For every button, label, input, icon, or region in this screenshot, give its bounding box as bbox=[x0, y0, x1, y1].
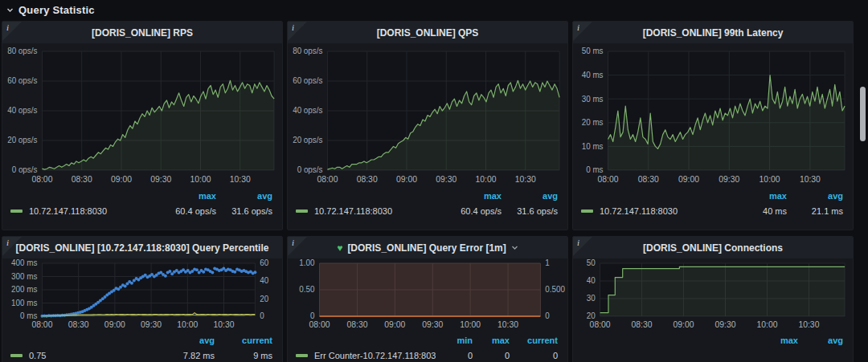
legend-row: Err Counter-10.72.147.118:8030000 bbox=[296, 348, 558, 362]
legend-header-max[interactable]: max bbox=[152, 191, 216, 201]
svg-text:0.500: 0.500 bbox=[545, 285, 565, 294]
svg-text:40 ops/s: 40 ops/s bbox=[7, 106, 37, 115]
legend-value: 0 bbox=[510, 351, 558, 360]
series-swatch[interactable] bbox=[581, 209, 593, 213]
svg-text:09:30: 09:30 bbox=[715, 320, 736, 329]
svg-text:50: 50 bbox=[587, 258, 596, 267]
svg-text:20 ops/s: 20 ops/s bbox=[7, 136, 37, 144]
qps-chart[interactable]: 0 ops/s20 ops/s40 ops/s60 ops/s80 ops/s0… bbox=[288, 43, 567, 188]
panel-title[interactable]: [DORIS_ONLINE] Connections bbox=[573, 237, 853, 258]
legend-series-name[interactable]: 0.75 bbox=[29, 351, 157, 360]
legend-header-max[interactable]: max bbox=[753, 336, 798, 345]
error-chart[interactable]: 00.501.0008:0008:3009:0009:3010:0010:300… bbox=[288, 258, 567, 332]
legend-header-avg[interactable]: avg bbox=[157, 336, 215, 345]
legend-row: 0.757.82 ms9 ms bbox=[10, 348, 272, 362]
svg-text:09:30: 09:30 bbox=[719, 175, 739, 184]
svg-text:0 ms: 0 ms bbox=[20, 311, 37, 320]
info-icon[interactable]: i bbox=[2, 22, 22, 41]
svg-text:0.50: 0.50 bbox=[299, 285, 315, 294]
svg-text:09:00: 09:00 bbox=[111, 175, 132, 184]
series-swatch[interactable] bbox=[10, 209, 23, 213]
legend-header-current[interactable]: current bbox=[510, 336, 558, 345]
svg-text:0 ops/s: 0 ops/s bbox=[297, 165, 323, 174]
legend-header-avg[interactable]: avg bbox=[216, 191, 272, 201]
series-swatch[interactable] bbox=[296, 209, 308, 213]
info-icon[interactable]: i bbox=[2, 237, 22, 256]
svg-text:0: 0 bbox=[545, 311, 550, 320]
svg-text:80 ops/s: 80 ops/s bbox=[7, 47, 37, 55]
svg-text:100 ms: 100 ms bbox=[11, 299, 37, 307]
svg-text:20: 20 bbox=[587, 311, 596, 320]
percentile-chart[interactable]: 0 ms100 ms200 ms300 ms400 ms08:0008:3009… bbox=[2, 258, 282, 332]
svg-text:09:00: 09:00 bbox=[396, 175, 417, 184]
legend-value: 40 ms bbox=[723, 206, 787, 216]
svg-text:08:30: 08:30 bbox=[357, 175, 378, 184]
legend-series-name[interactable]: Err Counter-10.72.147.118:8030 bbox=[314, 351, 436, 360]
svg-text:60 ops/s: 60 ops/s bbox=[293, 76, 322, 85]
legend-row: 10.72.147.118:803060.4 ops/s31.6 ops/s bbox=[10, 204, 272, 218]
svg-text:10:00: 10:00 bbox=[460, 320, 481, 329]
svg-text:1: 1 bbox=[545, 258, 550, 267]
info-icon[interactable]: i bbox=[573, 22, 592, 41]
info-icon[interactable]: i bbox=[573, 237, 592, 256]
svg-text:300 ms: 300 ms bbox=[11, 272, 37, 281]
panel-qps: i [DORIS_ONLINE] QPS 0 ops/s20 ops/s40 o… bbox=[287, 21, 568, 230]
svg-text:08:00: 08:00 bbox=[598, 175, 619, 184]
svg-text:20 ms: 20 ms bbox=[582, 118, 604, 127]
svg-text:10:30: 10:30 bbox=[214, 320, 235, 329]
series-swatch[interactable] bbox=[296, 354, 308, 357]
panel-rps: i [DORIS_ONLINE] RPS 0 ops/s20 ops/s40 o… bbox=[2, 21, 283, 230]
svg-text:10:00: 10:00 bbox=[760, 175, 780, 184]
legend-header-avg[interactable]: avg bbox=[798, 336, 843, 345]
svg-text:09:00: 09:00 bbox=[678, 175, 699, 184]
panel-title[interactable]: [DORIS_ONLINE] QPS bbox=[288, 22, 567, 43]
legend-header-min[interactable]: min bbox=[436, 336, 473, 345]
svg-text:80 ops/s: 80 ops/s bbox=[293, 47, 322, 55]
legend: maxavg10.72.147.118:803060.4 ops/s31.6 o… bbox=[288, 188, 567, 218]
legend-header-max[interactable]: max bbox=[473, 336, 510, 345]
section-title: Query Statistic bbox=[18, 4, 95, 16]
svg-text:09:30: 09:30 bbox=[141, 320, 162, 329]
info-icon[interactable]: i bbox=[288, 237, 307, 256]
legend-series-name[interactable]: 10.72.147.118:8030 bbox=[600, 206, 723, 216]
svg-text:09:30: 09:30 bbox=[150, 175, 171, 184]
legend-row: 10.72.147.118:803040 ms21.1 ms bbox=[581, 204, 843, 218]
svg-text:08:30: 08:30 bbox=[72, 175, 92, 184]
panel-title[interactable]: [DORIS_ONLINE] 99th Latency bbox=[573, 22, 853, 43]
legend-value: 21.1 ms bbox=[787, 206, 843, 216]
svg-text:10:00: 10:00 bbox=[190, 175, 211, 184]
legend-series-name[interactable]: 10.72.147.118:8030 bbox=[314, 206, 437, 216]
scrollbar[interactable] bbox=[860, 87, 866, 141]
series-swatch[interactable] bbox=[10, 354, 23, 357]
legend-header-max[interactable]: max bbox=[437, 191, 502, 201]
svg-text:08:30: 08:30 bbox=[346, 320, 367, 329]
latency-chart[interactable]: 0 ms10 ms20 ms30 ms40 ms50 ms08:0008:300… bbox=[573, 43, 853, 188]
svg-text:08:30: 08:30 bbox=[68, 320, 89, 329]
svg-text:10:00: 10:00 bbox=[177, 320, 198, 329]
legend-value: 0 bbox=[473, 351, 510, 360]
svg-text:40 ops/s: 40 ops/s bbox=[293, 106, 322, 115]
legend-header-max[interactable]: max bbox=[723, 191, 787, 201]
legend-header-current[interactable]: current bbox=[215, 336, 272, 345]
legend: maxavg10.72.147.118:803040 ms21.1 ms bbox=[573, 188, 853, 218]
svg-text:10:30: 10:30 bbox=[230, 175, 251, 184]
legend-series-name[interactable]: 10.72.147.118:8030 bbox=[29, 206, 152, 216]
legend-header-avg[interactable]: avg bbox=[502, 191, 558, 201]
svg-text:08:00: 08:00 bbox=[31, 320, 52, 329]
row-header[interactable]: Query Statistic bbox=[0, 0, 868, 19]
legend-header-row: avgcurrent bbox=[10, 334, 272, 347]
connections-chart[interactable]: 2030405008:0008:3009:0009:3010:0010:30 bbox=[573, 258, 853, 332]
svg-text:60: 60 bbox=[260, 258, 268, 267]
svg-text:08:00: 08:00 bbox=[317, 175, 338, 184]
rps-chart[interactable]: 0 ops/s20 ops/s40 ops/s60 ops/s80 ops/s0… bbox=[2, 43, 282, 188]
svg-text:10:30: 10:30 bbox=[800, 175, 821, 184]
legend-header-avg[interactable]: avg bbox=[787, 191, 843, 201]
svg-text:40: 40 bbox=[260, 276, 268, 285]
svg-text:10:30: 10:30 bbox=[798, 320, 819, 329]
panel-title[interactable]: [DORIS_ONLINE] RPS bbox=[2, 22, 282, 43]
info-icon[interactable]: i bbox=[288, 22, 307, 41]
panel-title[interactable]: [DORIS_ONLINE] [10.72.147.118:8030] Quer… bbox=[2, 237, 282, 258]
svg-text:40 ms: 40 ms bbox=[582, 71, 604, 79]
legend-header-row: maxavg bbox=[296, 189, 558, 202]
panel-title[interactable]: ♥ [DORIS_ONLINE] Query Error [1m] bbox=[288, 237, 567, 258]
